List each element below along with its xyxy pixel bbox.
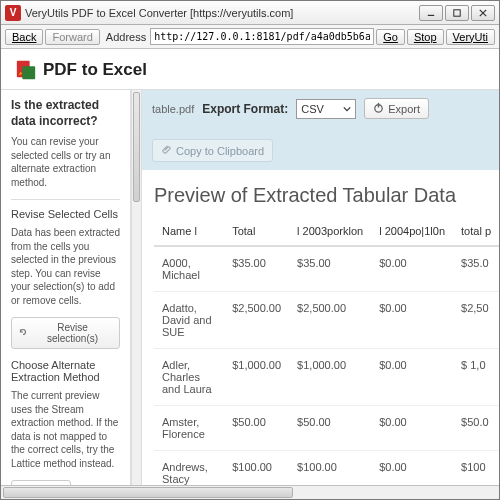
table-cell: $100.00 [289,451,371,486]
table-cell: Amster, Florence [154,406,224,451]
revise-button-label: Revise selection(s) [32,322,113,344]
pdf-excel-logo-icon [15,59,37,81]
alt-method-title: Choose Alternate Extraction Method [11,359,120,383]
sidebar-scrollbar-thumb[interactable] [133,92,140,202]
paperclip-icon [161,144,172,157]
table-row: Adatto, David and SUE$2,500.00$2,500.00$… [154,292,499,349]
undo-icon [18,327,28,339]
table-cell: $50.00 [224,406,289,451]
table-cell: $2,50 [453,292,499,349]
app-header: PDF to Excel [1,49,499,90]
stop-button[interactable]: Stop [407,29,444,45]
table-cell: $0.00 [371,406,453,451]
minimize-button[interactable] [419,5,443,21]
table-cell: $35.00 [224,246,289,292]
address-label: Address [106,31,146,43]
copy-clipboard-button[interactable]: Copy to Clipboard [152,139,273,162]
back-button[interactable]: Back [5,29,43,45]
column-header: l 2004po|1l0n [371,217,453,246]
clipboard-button-label: Copy to Clipboard [176,145,264,157]
revise-text: Data has been extracted from the cells y… [11,226,120,307]
table-row: Andrews, Stacy$100.00$100.00$0.00$100 [154,451,499,486]
table-cell: $0.00 [371,451,453,486]
export-format-select[interactable]: CSV [296,99,356,119]
main-panel: table.pdf Export Format: CSV Export Copy… [142,90,499,485]
nav-toolbar: Back Forward Address Go Stop VeryUti [1,25,499,49]
app-icon: V [5,5,21,21]
maximize-button[interactable] [445,5,469,21]
forward-button: Forward [45,29,99,45]
sidebar-scrollbar[interactable] [131,90,142,485]
table-cell: $0.00 [371,349,453,406]
window-title: VeryUtils PDF to Excel Converter [https:… [25,7,419,19]
table-cell: $50.0 [453,406,499,451]
table-cell: $0.00 [371,246,453,292]
export-format-label: Export Format: [202,102,288,116]
table-cell: Andrews, Stacy [154,451,224,486]
table-cell: $35.00 [289,246,371,292]
table-cell: $0.00 [371,292,453,349]
divider [11,199,120,200]
brand-button[interactable]: VeryUti [446,29,495,45]
svg-rect-1 [454,9,460,15]
table-cell: $1,000.00 [224,349,289,406]
sidebar-question-title: Is the extracted data incorrect? [11,98,120,129]
table-cell: $50.00 [289,406,371,451]
table-cell: $1,000.00 [289,349,371,406]
table-cell: $100.00 [224,451,289,486]
alt-method-text: The current preview uses the Stream extr… [11,389,120,470]
revise-selection-button[interactable]: Revise selection(s) [11,317,120,349]
go-button[interactable]: Go [376,29,405,45]
horizontal-scrollbar-thumb[interactable] [3,487,293,498]
table-cell: $2,500.00 [224,292,289,349]
table-wrap: Name lTotall 2003porklonl 2004po|1l0ntot… [142,217,499,485]
close-button[interactable] [471,5,495,21]
preview-title: Preview of Extracted Tabular Data [142,170,499,217]
table-header-row: Name lTotall 2003porklonl 2004po|1l0ntot… [154,217,499,246]
export-bar: table.pdf Export Format: CSV Export Copy… [142,90,499,170]
table-row: A000, Michael$35.00$35.00$0.00$35.0 [154,246,499,292]
table-cell: A000, Michael [154,246,224,292]
horizontal-scrollbar[interactable] [1,485,499,499]
app-title: PDF to Excel [43,60,147,80]
file-name: table.pdf [152,103,194,115]
export-format-value: CSV [301,103,324,115]
table-cell: $2,500.00 [289,292,371,349]
sidebar: Is the extracted data incorrect? You can… [1,90,131,485]
content-area: PDF to Excel Is the extracted data incor… [1,49,499,499]
sidebar-question-text: You can revise your selected cells or tr… [11,135,120,189]
chevron-down-icon [343,103,351,115]
address-input[interactable] [150,28,374,45]
revise-title: Revise Selected Cells [11,208,120,220]
body-row: Is the extracted data incorrect? You can… [1,90,499,485]
titlebar: V VeryUtils PDF to Excel Converter [http… [1,1,499,25]
table-cell: $ 1,0 [453,349,499,406]
table-cell: $35.0 [453,246,499,292]
column-header: Total [224,217,289,246]
table-cell: $100 [453,451,499,486]
window-buttons [419,5,495,21]
export-button[interactable]: Export [364,98,429,119]
table-cell: Adler, Charles and Laura [154,349,224,406]
column-header: total p [453,217,499,246]
data-table: Name lTotall 2003porklonl 2004po|1l0ntot… [154,217,499,485]
table-row: Amster, Florence$50.00$50.00$0.00$50.0 [154,406,499,451]
column-header: l 2003porklon [289,217,371,246]
svg-rect-5 [22,66,35,79]
table-row: Adler, Charles and Laura$1,000.00$1,000.… [154,349,499,406]
app-window: V VeryUtils PDF to Excel Converter [http… [0,0,500,500]
table-body: A000, Michael$35.00$35.00$0.00$35.0Adatt… [154,246,499,485]
table-cell: Adatto, David and SUE [154,292,224,349]
export-button-label: Export [388,103,420,115]
power-icon [373,102,384,115]
column-header: Name l [154,217,224,246]
